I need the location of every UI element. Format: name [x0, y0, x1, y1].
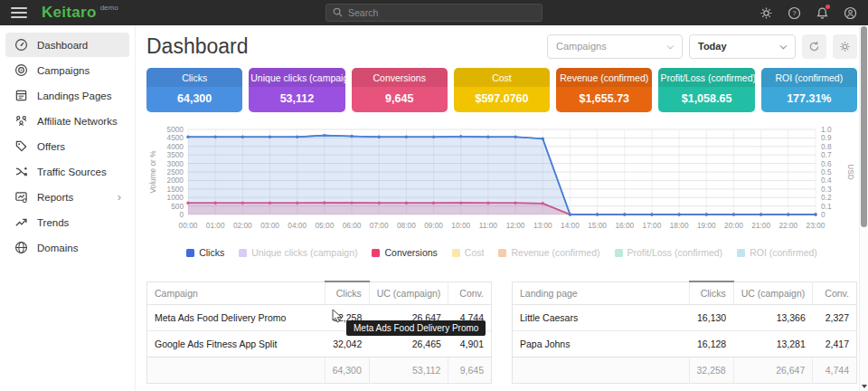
tag-icon — [14, 139, 28, 154]
table-row[interactable]: Little Caesars16,13013,3662,327 — [513, 305, 857, 331]
svg-text:17:00: 17:00 — [643, 221, 662, 230]
column-header-conv[interactable]: Conv. — [813, 281, 857, 305]
sidebar-item-landings-pages[interactable]: Landings Pages — [5, 83, 129, 108]
refresh-button[interactable] — [802, 34, 826, 59]
account-icon[interactable] — [843, 5, 857, 20]
sidebar-item-dashboard[interactable]: Dashboard — [5, 33, 129, 57]
help-icon[interactable]: ? — [787, 5, 801, 20]
column-header-conv[interactable]: Conv. — [448, 281, 492, 305]
top-bar: Keitarodemo ? — [0, 0, 868, 25]
svg-text:2000: 2000 — [167, 176, 184, 185]
dashboard-settings-button[interactable] — [833, 34, 857, 59]
scrollbar-thumb[interactable] — [861, 26, 867, 227]
scroll-down-arrow[interactable] — [862, 385, 867, 388]
pages-icon — [14, 89, 28, 103]
campaigns-filter-value: Campaigns — [556, 41, 607, 52]
svg-text:?: ? — [792, 9, 797, 17]
stat-card-revenue-confirmed: Revenue (confirmed) $1,655.73 — [556, 68, 652, 112]
svg-text:11:00: 11:00 — [479, 221, 498, 230]
legend-label: Revenue (confirmed) — [511, 247, 599, 258]
svg-text:00:00: 00:00 — [179, 221, 198, 230]
sidebar-item-reports[interactable]: Reports › — [5, 185, 129, 209]
stat-card-label: Unique clicks (campaign) — [249, 68, 344, 87]
sidebar-item-domains[interactable]: Domains — [5, 235, 129, 260]
legend-label: Cost — [465, 247, 485, 258]
logo-suffix: demo — [100, 4, 118, 12]
legend-swatch — [737, 249, 745, 257]
stat-card-unique-clicks-campaign: Unique clicks (campaign) 53,112 — [249, 68, 344, 112]
svg-text:15:00: 15:00 — [588, 221, 607, 230]
svg-text:1.0: 1.0 — [821, 125, 832, 134]
total-cell: 64,300 — [325, 358, 369, 384]
settings-gear-icon[interactable] — [759, 5, 773, 20]
network-icon — [14, 114, 28, 129]
stat-card-value: $1,058.65 — [658, 87, 754, 112]
table-row[interactable]: Papa Johns16,12813,2812,417 — [513, 331, 857, 358]
legend-item-clicks[interactable]: Clicks — [186, 247, 224, 258]
search-box[interactable] — [326, 4, 542, 22]
vertical-scrollbar[interactable] — [859, 25, 868, 391]
target-icon — [14, 63, 28, 78]
totals-row: 32,25826,6474,744 — [513, 358, 857, 384]
sidebar-item-campaigns[interactable]: Campaigns — [5, 58, 129, 82]
menu-icon[interactable] — [11, 7, 27, 18]
column-header-clicks[interactable]: Clicks — [689, 281, 733, 305]
search-input[interactable] — [348, 7, 535, 18]
total-cell — [513, 358, 690, 384]
notifications-bell-icon[interactable] — [815, 5, 829, 20]
gear-icon — [839, 41, 851, 52]
svg-text:500: 500 — [171, 202, 184, 211]
legend-item-unique-clicks-campaign[interactable]: Unique clicks (campaign) — [239, 247, 357, 258]
column-header-uc-campaign[interactable]: UC (campaign) — [733, 281, 813, 305]
column-header-landing-page[interactable]: Landing page — [513, 281, 690, 305]
svg-text:0.5: 0.5 — [821, 167, 832, 176]
legend-item-roi-confirmed[interactable]: ROI (confirmed) — [737, 247, 817, 258]
value-cell: 13,366 — [733, 305, 813, 331]
column-header-uc-campaign[interactable]: UC (campaign) — [369, 281, 448, 305]
summary-tables: CampaignClicksUC (campaign)Conv.Meta Ads… — [146, 281, 857, 384]
stat-card-value: 53,112 — [249, 87, 344, 112]
sidebar-item-trends[interactable]: Trends — [5, 210, 129, 234]
svg-text:0.4: 0.4 — [821, 176, 832, 185]
svg-text:Volume or %: Volume or % — [148, 150, 157, 194]
legend-item-profit-loss-confirmed[interactable]: Profit/Loss (confirmed) — [615, 247, 723, 258]
totals-row: 64,30053,1129,645 — [147, 358, 492, 384]
legend-item-conversions[interactable]: Conversions — [372, 247, 437, 258]
legend-item-cost[interactable]: Cost — [452, 247, 485, 258]
svg-text:0.6: 0.6 — [821, 159, 832, 168]
svg-text:5000: 5000 — [167, 125, 184, 134]
svg-text:0.8: 0.8 — [821, 142, 832, 151]
sidebar-item-affiliate-networks[interactable]: Affiliate Networks — [5, 109, 129, 133]
svg-text:10:00: 10:00 — [451, 221, 470, 230]
notification-badge — [826, 5, 830, 9]
svg-text:16:00: 16:00 — [615, 221, 634, 230]
svg-text:04:00: 04:00 — [288, 221, 307, 230]
app-logo[interactable]: Keitarodemo — [42, 4, 118, 22]
svg-text:21:00: 21:00 — [751, 221, 770, 230]
svg-text:08:00: 08:00 — [397, 221, 416, 230]
date-range-value: Today — [698, 41, 727, 52]
svg-text:05:00: 05:00 — [315, 221, 334, 230]
stat-card-profit-loss-confirmed: Profit/Loss (confirmed) $1,058.65 — [658, 68, 754, 112]
search-icon — [333, 5, 343, 21]
svg-text:23:00: 23:00 — [807, 221, 826, 230]
column-header-clicks[interactable]: Clicks — [325, 281, 369, 305]
chevron-right-icon: › — [118, 191, 121, 203]
svg-text:07:00: 07:00 — [370, 221, 389, 230]
stat-card-label: Revenue (confirmed) — [556, 68, 652, 87]
column-header-campaign[interactable]: Campaign — [147, 281, 326, 305]
refresh-icon — [808, 41, 820, 52]
date-range-select[interactable]: Today ⌵ — [689, 34, 796, 59]
total-cell: 32,258 — [689, 358, 733, 384]
legend-item-revenue-confirmed[interactable]: Revenue (confirmed) — [498, 247, 599, 258]
row-label-cell: Meta Ads Food Delivery Promo — [147, 305, 326, 331]
value-cell: 2,417 — [813, 331, 857, 358]
sidebar: Dashboard Campaigns Landings Pages Affil… — [0, 25, 136, 391]
sidebar-item-offers[interactable]: Offers — [5, 134, 129, 158]
traffic-icon — [14, 165, 28, 179]
sidebar-item-traffic-sources[interactable]: Traffic Sources — [5, 159, 129, 184]
campaigns-filter-select[interactable]: Campaigns ⌵ — [547, 34, 683, 59]
landing-pages-table: Landing pageClicksUC (campaign)Conv.Litt… — [512, 281, 857, 384]
svg-text:06:00: 06:00 — [343, 221, 362, 230]
value-cell: 2,327 — [813, 305, 857, 331]
